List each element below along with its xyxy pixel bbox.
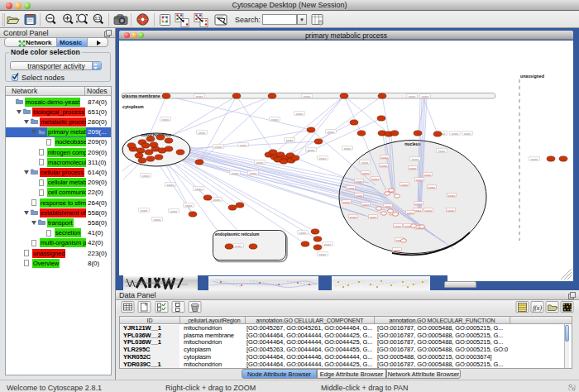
svg-text:xxxxx: xxxxx bbox=[185, 204, 193, 208]
svg-text:xxxxx: xxxxx bbox=[250, 172, 257, 175]
svg-text:xxxxx: xxxxx bbox=[385, 205, 392, 208]
svg-text:xxxxx: xxxxx bbox=[170, 210, 178, 213]
svg-text:mitochondrion: mitochondrion bbox=[141, 132, 171, 137]
svg-text:xxxxx: xxxxx bbox=[213, 198, 221, 202]
svg-text:xxxxx: xxxxx bbox=[215, 146, 223, 149]
svg-text:xxxxx: xxxxx bbox=[448, 194, 456, 198]
svg-text:xxxxx: xxxxx bbox=[361, 161, 369, 165]
svg-text:xxxxx: xxxxx bbox=[271, 118, 279, 122]
svg-text:xxxxx: xxxxx bbox=[438, 150, 446, 153]
svg-text:xxxxx: xxxxx bbox=[370, 216, 377, 219]
svg-text:xxxxx: xxxxx bbox=[395, 225, 402, 228]
svg-text:xxxxx: xxxxx bbox=[142, 174, 150, 178]
svg-text:xxxxx: xxxxx bbox=[401, 184, 409, 187]
svg-text:xxxxx: xxxxx bbox=[328, 131, 335, 134]
svg-text:xxxxx: xxxxx bbox=[324, 243, 332, 246]
svg-text:xxxxx: xxxxx bbox=[464, 132, 471, 136]
svg-text:xxxxx: xxxxx bbox=[286, 139, 294, 142]
svg-text:unassigned: unassigned bbox=[520, 74, 544, 79]
svg-text:cytoplasm: cytoplasm bbox=[122, 104, 144, 109]
svg-text:xxxxx: xxxxx bbox=[412, 158, 419, 161]
svg-text:xxxxx: xxxxx bbox=[199, 131, 206, 135]
svg-text:xxxxx: xxxxx bbox=[304, 95, 311, 98]
svg-text:xxxxx: xxxxx bbox=[447, 209, 455, 213]
svg-text:xxxxx: xxxxx bbox=[356, 180, 363, 184]
svg-text:f(x): f(x) bbox=[533, 304, 542, 312]
svg-text:xxxxx: xxxxx bbox=[424, 174, 432, 177]
svg-text:xxxxx: xxxxx bbox=[415, 203, 423, 206]
svg-text:xxxxx: xxxxx bbox=[299, 232, 307, 235]
svg-text:xxxxx: xxxxx bbox=[409, 95, 416, 98]
svg-text:xxxxx: xxxxx bbox=[154, 218, 161, 222]
svg-text:xxxxx: xxxxx bbox=[350, 216, 357, 219]
svg-text:xxxxx: xxxxx bbox=[343, 201, 351, 204]
svg-text:xxxxx: xxxxx bbox=[232, 172, 239, 175]
svg-text:xxxxx: xxxxx bbox=[195, 188, 203, 191]
svg-text:xxxxx: xxxxx bbox=[240, 144, 247, 147]
svg-text:endoplasmic reticulum: endoplasmic reticulum bbox=[215, 232, 260, 237]
svg-text:xxxxx: xxxxx bbox=[428, 186, 436, 189]
svg-text:xxxxx: xxxxx bbox=[425, 209, 433, 213]
svg-text:xxxxx: xxxxx bbox=[167, 184, 175, 187]
svg-text:xxxxx: xxxxx bbox=[235, 245, 242, 248]
svg-text:xxxxx: xxxxx bbox=[409, 167, 417, 170]
svg-text:xxxxx: xxxxx bbox=[407, 212, 414, 215]
svg-text:xxxxx: xxxxx bbox=[531, 158, 538, 161]
svg-text:1:1: 1:1 bbox=[94, 16, 100, 21]
svg-text:xxxxx: xxxxx bbox=[319, 157, 327, 160]
svg-text:xxxxx: xxxxx bbox=[141, 209, 148, 213]
svg-text:xxxxx: xxxxx bbox=[347, 187, 355, 190]
svg-text:xxxxx: xxxxx bbox=[308, 149, 315, 152]
svg-text:xxxxx: xxxxx bbox=[381, 156, 389, 160]
svg-text:xxxxx: xxxxx bbox=[416, 179, 423, 182]
svg-text:xxxxx: xxxxx bbox=[404, 225, 412, 228]
svg-text:xxxxx: xxxxx bbox=[196, 95, 203, 98]
svg-text:xxxxx: xxxxx bbox=[344, 147, 352, 151]
svg-text:xxxxx: xxxxx bbox=[256, 161, 264, 165]
svg-text:xxxxx: xxxxx bbox=[362, 172, 370, 175]
svg-text:plasma membrane: plasma membrane bbox=[122, 93, 160, 98]
svg-text:nucleus: nucleus bbox=[404, 141, 421, 146]
svg-text:xxxxx: xxxxx bbox=[296, 112, 304, 116]
svg-text:xxxxx: xxxxx bbox=[422, 95, 429, 98]
svg-text:xxxxx: xxxxx bbox=[362, 203, 370, 207]
svg-text:xxxxx: xxxxx bbox=[162, 118, 170, 122]
svg-text:xxxxx: xxxxx bbox=[319, 253, 327, 256]
svg-text:xxxxx: xxxxx bbox=[394, 249, 401, 252]
svg-text:xxxxx: xxxxx bbox=[380, 165, 388, 168]
svg-text:xxxxx: xxxxx bbox=[414, 209, 422, 213]
svg-text:xxxxx: xxxxx bbox=[372, 178, 380, 181]
svg-text:xxxxx: xxxxx bbox=[356, 194, 363, 198]
svg-text:xxxxx: xxxxx bbox=[452, 132, 459, 136]
